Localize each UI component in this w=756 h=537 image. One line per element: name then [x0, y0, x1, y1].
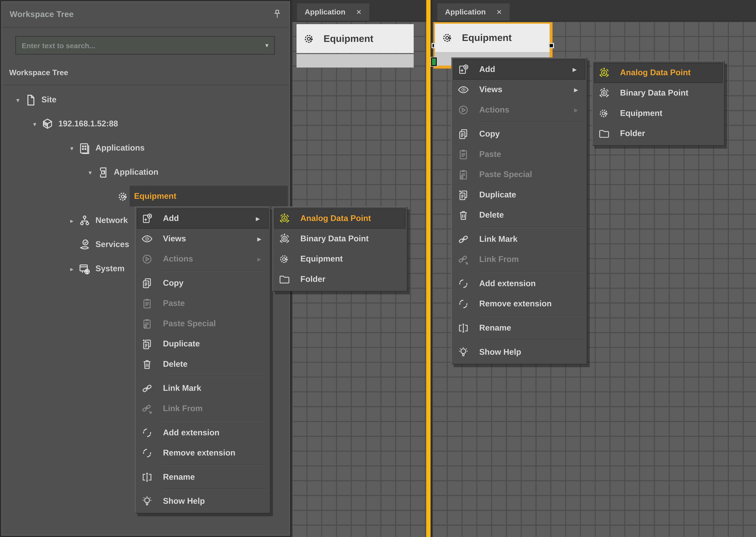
menu-item-remove-extension[interactable]: Remove extension: [452, 294, 587, 314]
folder-icon: [598, 127, 610, 140]
menu-item-label: Actions: [163, 254, 193, 264]
resize-handle-left[interactable]: [432, 43, 435, 48]
duplicate-icon: [141, 338, 153, 350]
menu-item-add-extension[interactable]: Add extension: [452, 274, 587, 294]
trash-icon: [457, 209, 470, 222]
menu-item-link-mark[interactable]: Link Mark: [135, 378, 270, 399]
menu-item-duplicate[interactable]: Duplicate: [452, 185, 587, 205]
menu-item-show-help[interactable]: Show Help: [452, 342, 587, 362]
gear-bolt-icon: [117, 190, 130, 203]
menu-item-delete[interactable]: Delete: [452, 205, 587, 226]
tab-application[interactable]: Application ✕: [297, 3, 369, 21]
tab-close-icon[interactable]: ✕: [496, 8, 502, 16]
menu-item-copy[interactable]: Copy: [135, 273, 270, 293]
tab-label: Application: [445, 8, 486, 16]
menu-separator: [163, 271, 267, 272]
menu-item-paste: Paste: [135, 293, 270, 314]
tree-item-equipment[interactable]: Equipment: [2, 184, 289, 208]
app-window: Workspace Tree ▼ Workspace Tree ▾ Site ▾…: [0, 0, 756, 537]
equipment-widget-header[interactable]: Equipment: [435, 23, 550, 52]
eye-icon: [457, 84, 470, 96]
submenu-item-folder[interactable]: Folder: [592, 124, 724, 144]
submenu-item-binary-data-point[interactable]: Binary Data Point: [592, 83, 724, 103]
anchor-handle[interactable]: [431, 58, 437, 66]
menu-item-label: Views: [479, 85, 503, 95]
tree-item-label: Equipment: [134, 191, 176, 201]
expander-open-icon[interactable]: ▾: [84, 169, 96, 176]
menu-item-label: Copy: [163, 278, 183, 288]
search-input[interactable]: [21, 41, 264, 50]
menu-item-rename[interactable]: Rename: [135, 467, 270, 487]
expander-open-icon[interactable]: ▾: [28, 120, 41, 128]
play-circle-icon: [457, 104, 470, 116]
search-dropdown-icon[interactable]: ▼: [264, 43, 269, 48]
menu-item-label: Analog Data Point: [300, 214, 371, 224]
menu-item-copy[interactable]: Copy: [452, 124, 587, 145]
tree-item-site[interactable]: ▾ Site: [2, 88, 289, 112]
submenu-item-analog-data-point[interactable]: Analog Data Point: [274, 208, 405, 229]
gear-bolt-icon: [598, 107, 610, 120]
menu-separator: [163, 420, 267, 421]
menu-item-label: Remove extension: [163, 448, 235, 458]
menu-item-rename[interactable]: Rename: [452, 318, 587, 338]
menu-item-views[interactable]: Views ▶: [135, 229, 270, 249]
tree-item-label: Site: [41, 95, 57, 105]
expander-closed-icon[interactable]: ▸: [66, 265, 78, 272]
menu-separator: [163, 465, 267, 466]
menu-item-duplicate[interactable]: Duplicate: [135, 334, 270, 354]
pane-splitter[interactable]: [426, 0, 431, 537]
eye-icon: [141, 232, 153, 245]
add-submenu: Analog Data Point Binary Data Point Equi…: [592, 61, 725, 146]
menu-item-label: Add: [479, 65, 495, 74]
menu-item-add[interactable]: Add ▶: [137, 208, 269, 229]
menu-item-label: Rename: [163, 473, 195, 482]
gear-bolt-icon: [441, 31, 454, 45]
submenu-item-folder[interactable]: Folder: [273, 269, 407, 290]
submenu-item-analog-data-point[interactable]: Analog Data Point: [594, 63, 723, 83]
add-icon: [141, 212, 153, 225]
expander-closed-icon[interactable]: ▸: [66, 217, 78, 224]
menu-item-link-mark[interactable]: Link Mark: [452, 229, 587, 249]
equipment-widget-header[interactable]: Equipment: [296, 24, 414, 53]
equipment-widget[interactable]: Equipment: [296, 24, 414, 68]
submenu-item-equipment[interactable]: Equipment: [592, 103, 724, 124]
equipment-widget-body[interactable]: [296, 54, 414, 68]
menu-item-label: Binary Data Point: [300, 234, 369, 244]
link-from-icon: [457, 253, 470, 266]
tree-item-application[interactable]: ▾ Application: [2, 160, 289, 185]
tab-application[interactable]: Application ✕: [437, 3, 510, 21]
trash-icon: [141, 358, 153, 370]
lightbulb-icon: [141, 495, 153, 508]
menu-item-label: Folder: [620, 129, 645, 139]
extension-arrows-icon: [141, 427, 153, 439]
workspace-tree-header: Workspace Tree: [2, 2, 289, 27]
analog-point-icon: [278, 212, 291, 225]
menu-item-delete[interactable]: Delete: [135, 354, 270, 374]
menu-item-add-extension[interactable]: Add extension: [135, 423, 270, 443]
tab-close-icon[interactable]: ✕: [356, 8, 362, 16]
pin-icon[interactable]: [272, 9, 283, 19]
tree-item-label: 192.168.1.52:88: [58, 119, 118, 129]
expander-open-icon[interactable]: ▾: [66, 145, 78, 152]
menu-item-show-help[interactable]: Show Help: [135, 491, 270, 512]
submenu-item-binary-data-point[interactable]: Binary Data Point: [273, 229, 407, 249]
tree-item-station[interactable]: ▾ 192.168.1.52:88: [2, 112, 289, 136]
link-icon: [141, 382, 153, 394]
menu-item-views[interactable]: Views ▶: [452, 80, 587, 100]
context-menu: Add ▶ Views ▶ Actions ▶ Copy Paste Paste…: [135, 206, 271, 514]
tab-label: Application: [305, 8, 345, 16]
equipment-widget-label: Equipment: [323, 33, 373, 44]
menu-item-remove-extension[interactable]: Remove extension: [135, 443, 270, 463]
menu-item-label: Rename: [479, 323, 511, 333]
menu-item-label: Equipment: [300, 254, 343, 264]
menu-item-add[interactable]: Add ▶: [453, 59, 586, 80]
resize-handle-right[interactable]: [549, 43, 554, 48]
menu-separator: [479, 122, 584, 122]
submenu-item-equipment[interactable]: Equipment: [273, 249, 407, 269]
tree-item-applications[interactable]: ▾ Applications: [2, 136, 289, 160]
add-submenu: Analog Data Point Binary Data Point Equi…: [272, 206, 407, 291]
application-icon: [96, 166, 109, 179]
menu-item-paste-special: Paste Special: [135, 313, 270, 334]
play-circle-icon: [141, 253, 153, 265]
expander-open-icon[interactable]: ▾: [12, 96, 24, 103]
